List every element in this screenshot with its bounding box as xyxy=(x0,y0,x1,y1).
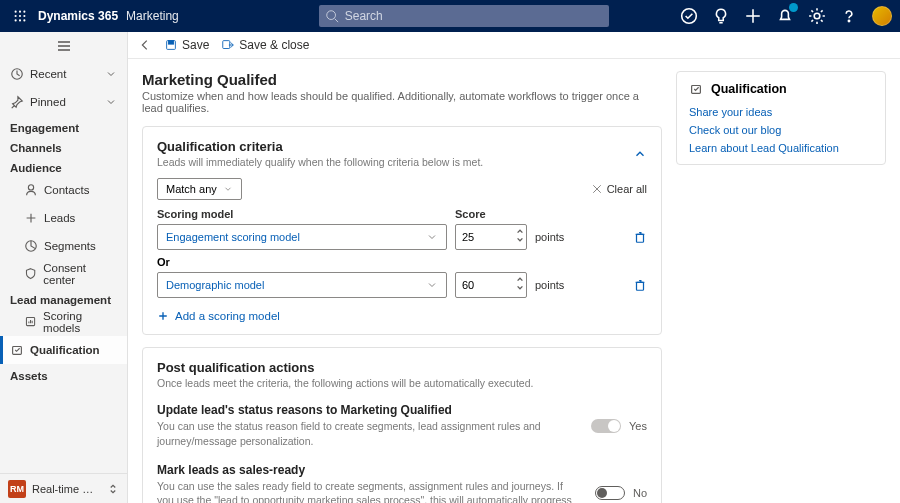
svg-point-5 xyxy=(23,15,25,17)
top-right-icons xyxy=(680,6,892,26)
sidebar-pinned[interactable]: Pinned xyxy=(0,88,127,116)
assist-icon[interactable] xyxy=(680,7,698,25)
spin-down-icon[interactable] xyxy=(516,284,524,292)
actions-title: Post qualification actions xyxy=(157,360,533,375)
top-bar: Dynamics 365 Marketing xyxy=(0,0,900,32)
related-title: Qualification xyxy=(689,82,873,96)
right-panel: Qualification Share your ideas Check out… xyxy=(676,71,886,491)
brand-label: Dynamics 365 xyxy=(38,9,118,23)
action-row: Update lead's status reasons to Marketin… xyxy=(157,403,647,448)
toggle-sales-ready[interactable] xyxy=(595,486,625,500)
spin-down-icon[interactable] xyxy=(516,236,524,244)
related-card: Qualification Share your ideas Check out… xyxy=(676,71,886,165)
sidebar-item-qualification[interactable]: Qualification xyxy=(0,336,127,364)
leads-icon xyxy=(24,211,38,225)
sidebar-label: Recent xyxy=(30,68,66,80)
sidebar-item-consent-center[interactable]: Consent center xyxy=(0,260,127,288)
shield-icon xyxy=(24,267,37,281)
command-bar: Save Save & close xyxy=(128,32,900,59)
delete-row-button[interactable] xyxy=(633,278,647,292)
criteria-subtitle: Leads will immediately qualify when the … xyxy=(157,156,483,168)
sidebar-group-engagement[interactable]: Engagement xyxy=(0,116,127,136)
actions-subtitle: Once leads meet the criteria, the follow… xyxy=(157,377,533,389)
related-link[interactable]: Check out our blog xyxy=(689,124,873,136)
sidebar-item-leads[interactable]: Leads xyxy=(0,204,127,232)
nav-toggle-button[interactable] xyxy=(0,32,127,60)
qualification-criteria-card: Qualification criteria Leads will immedi… xyxy=(142,126,662,335)
user-avatar[interactable] xyxy=(872,6,892,26)
svg-point-2 xyxy=(23,11,25,13)
chevron-down-icon xyxy=(105,96,117,108)
global-search[interactable] xyxy=(319,5,609,27)
svg-rect-28 xyxy=(637,235,644,243)
scoring-model-dropdown[interactable]: Demographic model xyxy=(157,272,447,298)
svg-point-7 xyxy=(19,19,21,21)
action-row: Mark leads as sales-ready You can use th… xyxy=(157,463,647,503)
clear-all-button[interactable]: Clear all xyxy=(591,183,647,195)
save-close-button[interactable]: Save & close xyxy=(221,38,309,52)
svg-rect-27 xyxy=(223,41,230,49)
spin-up-icon[interactable] xyxy=(516,275,524,283)
svg-point-0 xyxy=(15,11,17,13)
sidebar: Recent Pinned Engagement Channels Audien… xyxy=(0,32,128,503)
collapse-icon[interactable] xyxy=(633,147,647,161)
search-input[interactable] xyxy=(339,9,603,23)
sidebar-group-lead-management[interactable]: Lead management xyxy=(0,288,127,308)
settings-icon[interactable] xyxy=(808,7,826,25)
action-description: You can use the sales ready field to cre… xyxy=(157,479,577,503)
lightbulb-icon[interactable] xyxy=(712,7,730,25)
criteria-title: Qualification criteria xyxy=(157,139,483,154)
help-icon[interactable] xyxy=(840,7,858,25)
close-icon xyxy=(591,183,603,195)
spin-up-icon[interactable] xyxy=(516,227,524,235)
page-description: Customize when and how leads should be q… xyxy=(142,90,662,114)
action-description: You can use the status reason field to c… xyxy=(157,419,577,448)
sidebar-recent[interactable]: Recent xyxy=(0,60,127,88)
back-button[interactable] xyxy=(138,38,152,52)
updown-icon xyxy=(107,483,119,495)
match-mode-dropdown[interactable]: Match any xyxy=(157,178,242,200)
related-link[interactable]: Share your ideas xyxy=(689,106,873,118)
app-launcher-icon[interactable] xyxy=(8,4,32,28)
sidebar-group-channels[interactable]: Channels xyxy=(0,136,127,156)
segments-icon xyxy=(24,239,38,253)
pin-icon xyxy=(10,95,24,109)
sidebar-item-contacts[interactable]: Contacts xyxy=(0,176,127,204)
sidebar-item-scoring-models[interactable]: Scoring models xyxy=(0,308,127,336)
svg-rect-26 xyxy=(168,41,173,45)
svg-point-9 xyxy=(327,11,336,20)
search-icon xyxy=(325,9,339,23)
delete-row-button[interactable] xyxy=(633,230,647,244)
svg-point-21 xyxy=(28,185,33,190)
add-scoring-model-button[interactable]: Add a scoring model xyxy=(157,310,647,322)
save-button[interactable]: Save xyxy=(164,38,209,52)
area-switcher[interactable]: RM Real-time marketi… xyxy=(0,473,127,503)
chevron-down-icon xyxy=(426,231,438,243)
sidebar-group-assets[interactable]: Assets xyxy=(0,364,127,384)
label-score: Score xyxy=(455,208,486,220)
action-title: Mark leads as sales-ready xyxy=(157,463,577,477)
app-area-label: Marketing xyxy=(126,9,179,23)
svg-point-16 xyxy=(848,20,849,21)
save-close-icon xyxy=(221,38,235,52)
sidebar-group-audience[interactable]: Audience xyxy=(0,156,127,176)
scoring-model-dropdown[interactable]: Engagement scoring model xyxy=(157,224,447,250)
svg-point-8 xyxy=(23,19,25,21)
svg-line-10 xyxy=(334,19,338,23)
add-icon[interactable] xyxy=(744,7,762,25)
svg-point-4 xyxy=(19,15,21,17)
notifications-icon[interactable] xyxy=(776,7,794,25)
unit-label: points xyxy=(535,279,564,291)
related-link[interactable]: Learn about Lead Qualification xyxy=(689,142,873,154)
area-badge: RM xyxy=(8,480,26,498)
label-scoring-model: Scoring model xyxy=(157,208,455,220)
clock-icon xyxy=(10,67,24,81)
unit-label: points xyxy=(535,231,564,243)
sidebar-item-segments[interactable]: Segments xyxy=(0,232,127,260)
action-title: Update lead's status reasons to Marketin… xyxy=(157,403,577,417)
svg-point-3 xyxy=(15,15,17,17)
toggle-update-status[interactable] xyxy=(591,419,621,433)
chevron-down-icon xyxy=(105,68,117,80)
scoring-row: Engagement scoring model points xyxy=(157,224,647,250)
page-title: Marketing Qualifed xyxy=(142,71,662,88)
